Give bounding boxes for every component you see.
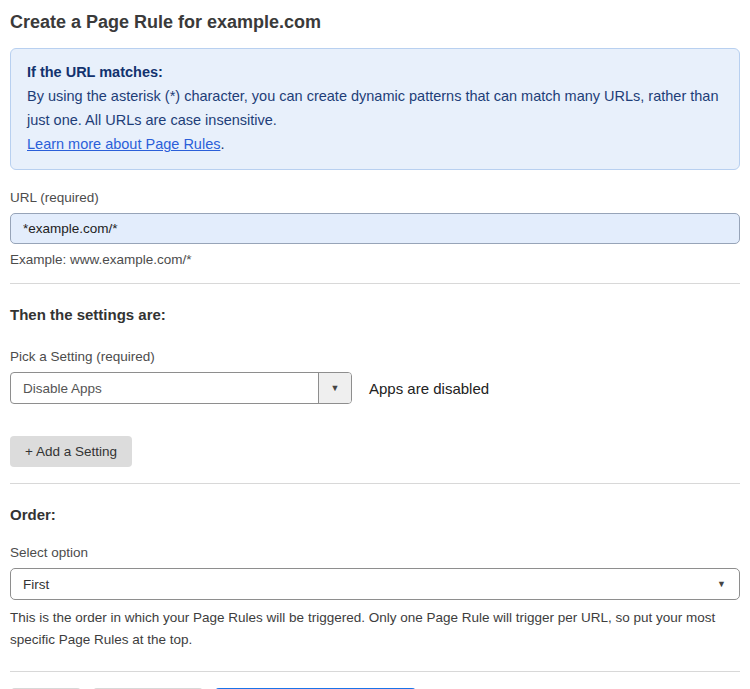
divider [10,283,740,284]
settings-section-heading: Then the settings are: [10,306,740,323]
order-select-value: First [23,577,49,592]
order-select[interactable]: First ▼ [10,568,740,600]
divider [10,483,740,484]
setting-dropdown-value: Disable Apps [11,373,318,403]
caret-down-icon: ▼ [717,579,726,589]
order-section-heading: Order: [10,506,740,523]
link-suffix-period: . [220,136,224,152]
dropdown-arrow-icon[interactable]: ▼ [318,373,351,403]
url-input[interactable] [10,213,740,244]
pick-setting-label: Pick a Setting (required) [10,349,740,364]
info-callout-link-line: Learn more about Page Rules. [27,132,723,156]
info-callout-heading: If the URL matches: [27,60,723,84]
setting-dropdown[interactable]: Disable Apps ▼ [10,372,352,404]
learn-more-link[interactable]: Learn more about Page Rules [27,136,220,152]
divider [10,671,740,672]
url-example-hint: Example: www.example.com/* [10,252,740,267]
page-title: Create a Page Rule for example.com [10,12,740,33]
order-help-text: This is the order in which your Page Rul… [10,607,730,651]
setting-row: Disable Apps ▼ Apps are disabled [10,372,740,404]
add-setting-button[interactable]: + Add a Setting [10,436,132,467]
info-callout-body: By using the asterisk (*) character, you… [27,84,723,132]
select-option-label: Select option [10,545,740,560]
create-page-rule-form: Create a Page Rule for example.com If th… [0,0,750,689]
url-field-label: URL (required) [10,190,740,205]
setting-status-text: Apps are disabled [369,380,489,397]
url-match-info-callout: If the URL matches: By using the asteris… [10,48,740,170]
